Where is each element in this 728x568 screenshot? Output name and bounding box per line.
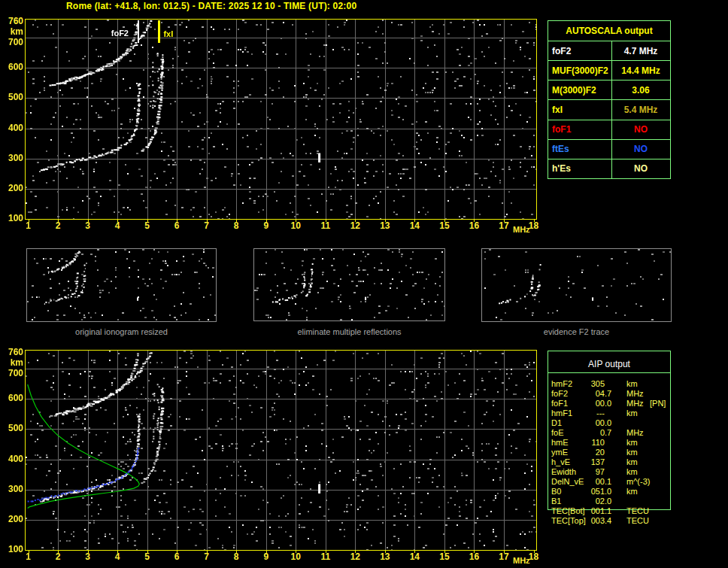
x-axis-tick-label: 9: [257, 221, 275, 230]
y-axis-tick-label: 760: [2, 17, 23, 26]
aip-row-unit: MHz: [626, 399, 644, 409]
thumbnail-original-caption: original ionogram resized: [26, 327, 217, 336]
x-axis-tick-label: 3: [79, 221, 97, 230]
x-axis-tick: [414, 220, 415, 222]
aip-row-value-int: 97: [574, 467, 605, 477]
y-axis-tick-label: 300: [2, 153, 23, 163]
x-axis-tick: [177, 220, 177, 222]
autoscala-table-header: AUTOSCALA output: [548, 21, 670, 41]
autoscala-table-row: MUF(3000)F214.4 MHz: [548, 60, 670, 80]
x-axis-tick-label: 14: [405, 552, 423, 561]
y-axis-tick-label: 400: [2, 454, 23, 463]
y-axis-tick-label: 600: [2, 393, 23, 402]
aip-row-value-int: 00: [574, 418, 605, 428]
autoscala-row-label: ftEs: [548, 140, 611, 159]
x-axis-tick: [504, 220, 505, 222]
x-axis-tick-label: 10: [287, 552, 305, 561]
ionogram-bottom-canvas: [26, 351, 536, 550]
x-axis-tick-label: 4: [108, 221, 126, 230]
aip-table-row: hmF2305km: [551, 379, 672, 389]
aip-row-unit: m^(-3): [626, 477, 650, 487]
x-axis-tick-label: 13: [376, 221, 394, 230]
x-axis-tick: [88, 220, 89, 222]
x-axis-tick: [266, 551, 267, 553]
autoscala-table-row: h'EsNO: [548, 159, 670, 178]
autoscala-row-label: foF2: [548, 41, 611, 60]
y-axis-tick-label: 500: [2, 93, 23, 102]
x-axis-tick-label: 11: [317, 552, 335, 561]
x-axis-tick-label: 13: [376, 552, 394, 561]
y-axis-tick-label: 400: [2, 123, 23, 132]
aip-table-row: foF204.7MHz: [551, 389, 672, 399]
aip-row-value-frac: .1: [605, 506, 611, 516]
x-axis-tick: [117, 220, 118, 222]
aip-row-value-int: 137: [574, 457, 605, 467]
aip-table-row: foE0.7MHz: [551, 428, 672, 438]
autoscala-table-row: foF1NO: [548, 120, 670, 139]
autoscala-row-label: foF1: [548, 120, 611, 139]
x-axis-tick: [474, 551, 475, 553]
aip-row-value-frac: .0: [605, 418, 611, 428]
aip-table-row: ymE20km: [551, 448, 672, 457]
x-axis-tick: [58, 551, 59, 553]
aip-row-value-frac: .7: [605, 428, 611, 438]
x-axis-tick: [355, 551, 356, 553]
x-axis-tick-label: 17: [495, 552, 513, 561]
aip-row-value-int: 051: [574, 487, 605, 497]
marker-line-fxi: [158, 20, 160, 43]
x-axis-tick-label: 6: [168, 552, 186, 561]
aip-row-label: foE: [551, 428, 564, 438]
y-axis-tick-label: 200: [2, 515, 23, 524]
aip-row-value-int: 110: [574, 438, 605, 448]
thumbnail-evidence-canvas: [482, 249, 671, 321]
x-axis-unit-label: MHz: [513, 225, 530, 234]
autoscala-row-value: 4.7 MHz: [611, 41, 670, 60]
x-axis-tick-label: 11: [317, 221, 335, 230]
y-axis-unit-label: km: [2, 358, 23, 367]
x-axis-tick-label: 7: [198, 221, 216, 230]
thumbnail-original-canvas: [27, 249, 216, 321]
thumbnail-eliminate-canvas: [254, 249, 444, 320]
aip-row-label: h_vE: [551, 457, 570, 467]
x-axis-tick: [504, 551, 505, 553]
y-axis-unit-label: km: [2, 27, 23, 36]
x-axis-tick: [474, 220, 475, 222]
aip-table-row: h_vE137km: [551, 457, 672, 467]
aip-row-label: D1: [551, 418, 562, 428]
aip-row-value-int: 305: [574, 379, 605, 389]
aip-table-row: hmE110km: [551, 438, 672, 448]
autoscala-table-row: ftEsNO: [548, 139, 670, 159]
aip-table-row: Ewidth97km: [551, 467, 672, 477]
aip-row-label: B1: [551, 497, 561, 506]
x-axis-tick: [236, 220, 237, 222]
aip-table-row: DelN_vE00.1m^(-3): [551, 477, 672, 487]
aip-row-unit: km: [626, 379, 638, 389]
x-axis-tick-label: 7: [198, 552, 216, 561]
x-axis-tick-label: 1: [20, 221, 38, 230]
y-axis-tick-label: 760: [2, 348, 23, 357]
x-axis-unit-label: MHz: [513, 556, 530, 565]
aip-row-value-int: 001: [574, 506, 605, 516]
y-axis-tick-label: 200: [2, 184, 23, 193]
autoscala-screen: Rome (lat: +41.8, lon: 012.5) - DATE: 20…: [0, 0, 728, 568]
aip-row-unit: km: [626, 457, 638, 467]
y-axis-tick-label: 700: [2, 38, 23, 47]
aip-row-value-int: 04: [574, 389, 605, 399]
x-axis-tick: [88, 551, 89, 553]
aip-row-value-frac: .7: [605, 389, 611, 399]
aip-table-row: hmF1---km: [551, 409, 672, 418]
autoscala-row-label: M(3000)F2: [548, 80, 611, 99]
aip-row-value-int: 20: [574, 448, 605, 457]
x-axis-tick: [534, 551, 535, 553]
thumbnail-eliminate-caption: eliminate multiple reflections: [253, 327, 445, 336]
aip-row-label: hmF1: [551, 409, 572, 418]
y-axis-tick-label: 600: [2, 62, 23, 71]
x-axis-tick-label: 16: [465, 552, 483, 561]
x-axis-tick-label: 1: [20, 552, 38, 561]
aip-row-unit: km: [626, 438, 638, 448]
autoscala-table-row: M(3000)F23.06: [548, 80, 670, 99]
y-axis-tick-label: 700: [2, 369, 23, 378]
aip-table-row: TEC[Top]003.4TECU: [551, 516, 672, 526]
autoscala-row-value: NO: [611, 159, 670, 178]
x-axis-tick: [147, 551, 148, 553]
